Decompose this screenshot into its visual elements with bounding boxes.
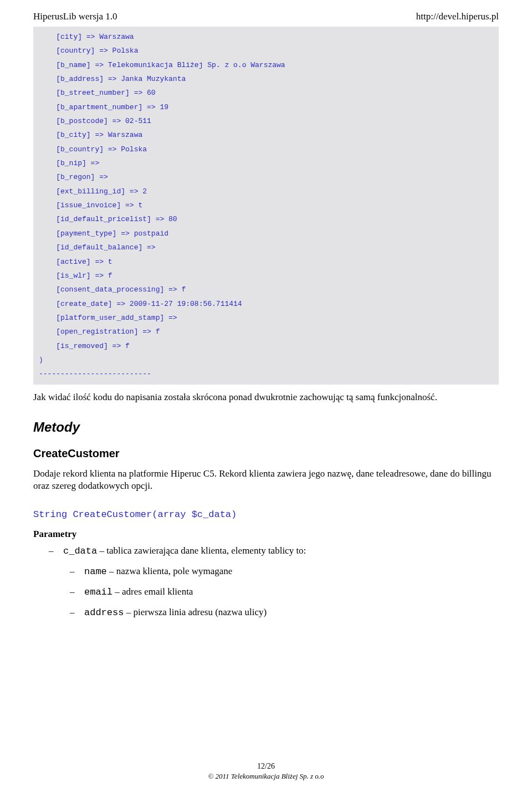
page-number: 12/26 [33,761,499,772]
page: HiperusLib wersja 1.0 http://devel.hiper… [0,0,532,798]
param-c-data: c_data – tablica zawierająca dane klient… [49,544,499,619]
parametry-heading: Parametry [33,529,499,540]
param-email: email – adres email klienta [70,585,499,599]
param-code: address [84,607,124,618]
param-address: address – pierwsza linia adresu (nazwa u… [70,606,499,620]
copyright: © 2011 Telekomunikacja Bliżej Sp. z o.o [33,771,499,781]
createcustomer-description: Dodaje rekord klienta na platformie Hipe… [33,468,499,493]
header-title: HiperusLib wersja 1.0 [33,11,117,22]
param-code: email [84,587,112,597]
method-signature: String CreateCustomer(array $c_data) [33,509,499,520]
summary-paragraph: Jak widać ilość kodu do napisania został… [33,391,499,404]
param-desc: – nazwa klienta, pole wymagane [107,566,233,576]
params-sublist: name – nazwa klienta, pole wymagane emai… [70,565,499,619]
param-desc: – adres email klienta [112,586,193,597]
page-header: HiperusLib wersja 1.0 http://devel.hiper… [33,11,499,22]
header-url: http://devel.hiperus.pl [416,11,499,22]
heading-createcustomer: CreateCustomer [33,447,499,460]
param-code: c_data [63,546,97,556]
param-code: name [84,566,107,577]
param-desc: – tablica zawierająca dane klienta, elem… [97,545,306,556]
page-footer: 12/26 © 2011 Telekomunikacja Bliżej Sp. … [33,761,499,781]
code-block: [city] => Warszawa [country] => Polska [… [33,27,499,385]
param-name: name – nazwa klienta, pole wymagane [70,565,499,579]
heading-metody: Metody [33,420,499,435]
param-desc: – pierwsza linia adresu (nazwa ulicy) [124,607,267,617]
params-list: c_data – tablica zawierająca dane klient… [49,544,499,626]
